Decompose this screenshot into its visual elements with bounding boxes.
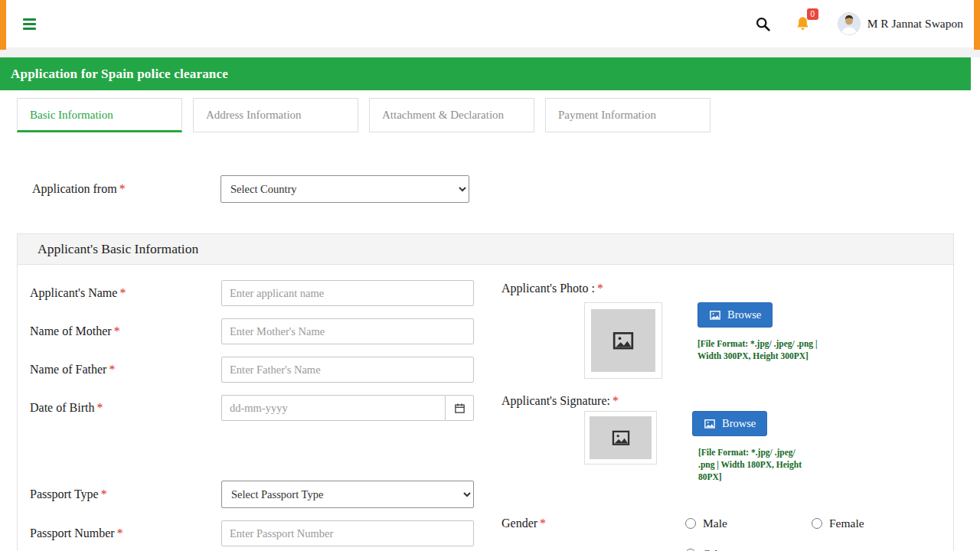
- passport-number-row: Passport Number*: [30, 520, 489, 546]
- menu-toggle-button[interactable]: [20, 15, 39, 33]
- passport-number-input[interactable]: [221, 520, 474, 546]
- application-from-row: Application from* Select Country: [32, 175, 971, 203]
- browse-image-icon: [704, 419, 716, 429]
- tab-address-information[interactable]: Address Information: [193, 98, 358, 132]
- father-name-label: Name of Father*: [30, 363, 221, 377]
- required-marker: *: [101, 487, 107, 500]
- left-fields-column: Applicant's Name* Name of Mother* Name o…: [30, 280, 489, 551]
- user-menu[interactable]: M R Jannat Swapon: [833, 11, 968, 36]
- gender-row: Gender* Male Female Others: [501, 517, 946, 551]
- passport-type-select[interactable]: Select Passport Type: [221, 481, 474, 508]
- applicant-photo-label: Applicant's Photo :*: [501, 282, 946, 295]
- calendar-icon: [454, 403, 466, 414]
- gender-option-female[interactable]: Female: [812, 517, 938, 530]
- mother-name-row: Name of Mother*: [30, 318, 489, 344]
- applicant-name-label: Applicant's Name*: [30, 286, 221, 300]
- image-placeholder-icon: [611, 429, 631, 447]
- mother-name-input[interactable]: [221, 318, 474, 344]
- signature-placeholder: [590, 416, 652, 459]
- tab-payment-information[interactable]: Payment Information: [545, 98, 710, 132]
- gender-options: Male Female Others: [685, 517, 938, 551]
- photo-format-note: [File Format: *.jpg/ .jpeg/ .png | Width…: [697, 337, 843, 362]
- header-gap: [0, 47, 980, 57]
- image-placeholder-icon: [612, 331, 635, 351]
- calendar-button[interactable]: [445, 395, 474, 421]
- gender-radio-female[interactable]: [812, 518, 822, 529]
- applicant-name-input[interactable]: [221, 280, 474, 306]
- page-title: Application for Spain police clearance: [11, 67, 228, 82]
- country-select[interactable]: Select Country: [220, 175, 469, 203]
- date-of-birth-input[interactable]: [221, 395, 445, 421]
- father-name-row: Name of Father*: [30, 357, 489, 383]
- notifications-button[interactable]: 0: [793, 14, 812, 34]
- right-accent-strip: [974, 0, 980, 50]
- user-avatar: [838, 12, 861, 35]
- gender-option-others[interactable]: Others: [685, 547, 812, 551]
- tab-attachment-declaration[interactable]: Attachment & Declaration: [369, 98, 534, 132]
- required-marker: *: [114, 324, 120, 337]
- gender-option-label: Others: [703, 547, 734, 551]
- section-title: Applicant's Basic Information: [18, 234, 953, 265]
- gender-option-label: Male: [703, 517, 727, 530]
- signature-upload-row: Browse [File Format: *.jpg/ .jpeg/ .png …: [584, 411, 946, 483]
- signature-format-note: [File Format: *.jpg/ .jpeg/ .png | Width…: [698, 446, 813, 483]
- father-name-input[interactable]: [221, 357, 474, 383]
- required-marker: *: [612, 394, 619, 407]
- date-of-birth-label: Date of Birth*: [30, 401, 221, 415]
- gender-radio-male[interactable]: [685, 518, 696, 529]
- topbar: 0 M R Jannat Swapon: [0, 0, 980, 47]
- required-marker: *: [96, 401, 103, 414]
- right-uploads-column: Applicant's Photo :*: [489, 280, 946, 551]
- gender-option-male[interactable]: Male: [685, 517, 812, 530]
- signature-browse-button[interactable]: Browse: [692, 411, 767, 436]
- photo-preview-frame: [584, 302, 662, 379]
- mother-name-label: Name of Mother*: [30, 324, 221, 338]
- photo-browse-button[interactable]: Browse: [697, 302, 773, 328]
- browse-image-icon: [709, 310, 721, 321]
- applicant-signature-label: Applicant's Signature:*: [501, 394, 946, 408]
- required-marker: *: [109, 363, 115, 376]
- tab-basic-information[interactable]: Basic Information: [17, 98, 182, 132]
- search-icon: [755, 16, 771, 32]
- required-marker: *: [119, 182, 126, 195]
- passport-type-label: Passport Type*: [30, 487, 221, 501]
- date-of-birth-row: Date of Birth*: [30, 395, 489, 421]
- required-marker: *: [117, 527, 123, 540]
- required-marker: *: [119, 286, 126, 299]
- page-title-bar: Application for Spain police clearance: [0, 57, 971, 90]
- photo-placeholder: [591, 309, 655, 372]
- required-marker: *: [597, 282, 603, 295]
- notification-count-badge: 0: [807, 8, 818, 20]
- passport-number-label: Passport Number*: [30, 527, 221, 540]
- gender-label: Gender*: [501, 517, 685, 530]
- left-accent-strip: [0, 0, 6, 50]
- photo-upload-row: Browse [File Format: *.jpg/ .jpeg/ .png …: [584, 302, 946, 379]
- application-from-label: Application from*: [32, 182, 220, 196]
- passport-type-row: Passport Type* Select Passport Type: [30, 481, 489, 508]
- gender-option-label: Female: [829, 517, 864, 530]
- required-marker: *: [540, 517, 546, 530]
- user-name: M R Jannat Swapon: [867, 17, 963, 31]
- search-button[interactable]: [753, 15, 773, 34]
- main-content: Application for Spain police clearance B…: [0, 57, 971, 551]
- basic-information-section: Applicant's Basic Information Applicant'…: [17, 233, 954, 551]
- form-tabs: Basic Information Address Information At…: [0, 90, 971, 132]
- signature-preview-frame: [584, 411, 657, 465]
- applicant-name-row: Applicant's Name*: [30, 280, 489, 306]
